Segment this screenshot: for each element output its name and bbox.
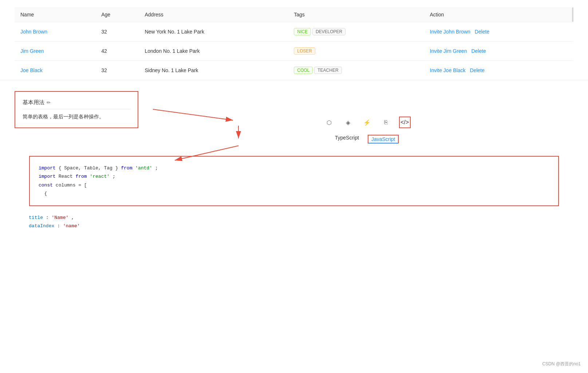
semicolon-2: ; [113, 174, 115, 179]
table-section: Name Age Address Tags Action John Brown3… [0, 0, 588, 80]
code-text-2: React [59, 174, 76, 179]
colon-2: : [57, 223, 63, 229]
col-header-tags: Tags [288, 7, 424, 22]
action-cell: Invite Jim GreenDelete [424, 42, 574, 61]
delete-link[interactable]: Delete [471, 48, 486, 54]
code-indent-1: { [39, 191, 47, 196]
table-row: Jim Green42London No. 1 Lake ParkLOSERIn… [15, 42, 573, 61]
cube-icon[interactable]: ⬡ [323, 117, 335, 128]
description-title: 基本用法 ✏ [23, 99, 130, 106]
code-line-2: import React from 'react' ; [39, 172, 549, 181]
annotation-section: 基本用法 ✏ 简单的表格，最后一列是各种操作。 [0, 80, 588, 146]
action-cell: Invite John BrownDelete [424, 22, 574, 42]
invite-link[interactable]: Invite Jim Green [430, 48, 467, 54]
tag-teacher: TEACHER [314, 67, 342, 74]
tab-javascript[interactable]: JavaScript [368, 135, 399, 144]
code-line-4: { [39, 189, 549, 198]
scrollbar-indicator[interactable] [572, 7, 573, 22]
gem-icon[interactable]: ◈ [342, 117, 354, 128]
code-line-3: const columns = [ [39, 181, 549, 189]
col-header-address: Address [139, 7, 288, 22]
address-cell: Sidney No. 1 Lake Park [139, 61, 288, 80]
keyword-title: title [29, 215, 43, 220]
name-link[interactable]: Jim Green [20, 48, 44, 54]
code-section-wrapper: import { Space, Table, Tag } from 'antd'… [0, 146, 588, 206]
tag-cool: COOL [294, 67, 313, 74]
copy-icon[interactable]: ⎘ [380, 117, 392, 128]
right-panel: ⬡ ◈ ⚡ ⎘ </> TypeScript JavaScript [160, 91, 573, 146]
action-cell: Invite Joe BlackDelete [424, 61, 574, 80]
name-link[interactable]: Joe Black [20, 67, 43, 73]
description-box: 基本用法 ✏ 简单的表格，最后一列是各种操作。 [15, 91, 138, 128]
table-row: Joe Black32Sidney No. 1 Lake ParkCOOLTEA… [15, 61, 573, 80]
string-react: 'react' [90, 174, 110, 179]
description-title-text: 基本用法 [23, 99, 44, 106]
keyword-import-1: import [39, 165, 56, 171]
age-cell: 42 [95, 42, 139, 61]
address-cell: New York No. 1 Lake Park [139, 22, 288, 42]
edit-icon[interactable]: ✏ [47, 100, 51, 105]
keyword-from-1: from [121, 165, 132, 171]
bottom-code-line-1: title : 'Name' , [15, 213, 573, 222]
col-header-name: Name [15, 7, 95, 22]
age-cell: 32 [95, 22, 139, 42]
bottom-code-section: title : 'Name' , dataIndex : 'name' [0, 210, 588, 234]
age-cell: 32 [95, 61, 139, 80]
string-antd: 'antd' [135, 165, 152, 171]
description-body: 简单的表格，最后一列是各种操作。 [23, 114, 130, 120]
divider [23, 109, 130, 109]
code-indent-2 [15, 215, 26, 220]
col-header-age: Age [95, 7, 139, 22]
keyword-import-2: import [39, 174, 56, 179]
code-indent-3 [15, 223, 26, 229]
delete-link[interactable]: Delete [475, 29, 489, 35]
lightning-icon[interactable]: ⚡ [361, 117, 373, 128]
table-header-row: Name Age Address Tags Action [15, 7, 573, 22]
keyword-from-2: from [75, 174, 87, 179]
table-wrapper: Name Age Address Tags Action John Brown3… [15, 7, 573, 80]
invite-link[interactable]: Invite John Brown [430, 29, 470, 35]
col-header-action: Action [424, 7, 574, 22]
keyword-dataindex: dataIndex [29, 223, 54, 229]
code-text-1: { Space, Table, Tag } [59, 165, 121, 171]
tag-nice: NICE [294, 28, 311, 35]
tags-cell: LOSER [288, 42, 424, 61]
code-block: import { Space, Table, Tag } from 'antd'… [29, 156, 559, 206]
string-name: 'Name' [51, 215, 68, 220]
code-icon[interactable]: </> [399, 117, 411, 128]
tab-typescript[interactable]: TypeScript [335, 135, 359, 144]
code-text-3: columns = [ [56, 182, 87, 188]
colon-1: : [46, 215, 52, 220]
bottom-code-line-2: dataIndex : 'name' [15, 222, 573, 230]
invite-link[interactable]: Invite Joe Black [430, 67, 466, 73]
semicolon-1: ; [155, 165, 158, 171]
keyword-const: const [39, 182, 53, 188]
delete-link[interactable]: Delete [470, 67, 485, 73]
string-name-val: 'name' [63, 223, 80, 229]
tabs-row: TypeScript JavaScript [160, 132, 573, 146]
tag-loser: LOSER [294, 47, 315, 55]
tags-cell: COOLTEACHER [288, 61, 424, 80]
comma-1: , [71, 215, 74, 220]
table-row: John Brown32New York No. 1 Lake ParkNICE… [15, 22, 573, 42]
address-cell: London No. 1 Lake Park [139, 42, 288, 61]
icons-row: ⬡ ◈ ⚡ ⎘ </> [160, 113, 573, 132]
tags-cell: NICEDEVELOPER [288, 22, 424, 42]
name-link[interactable]: John Brown [20, 29, 47, 35]
code-line-1: import { Space, Table, Tag } from 'antd'… [39, 164, 549, 172]
tag-developer: DEVELOPER [312, 28, 346, 35]
data-table: Name Age Address Tags Action John Brown3… [15, 7, 573, 80]
